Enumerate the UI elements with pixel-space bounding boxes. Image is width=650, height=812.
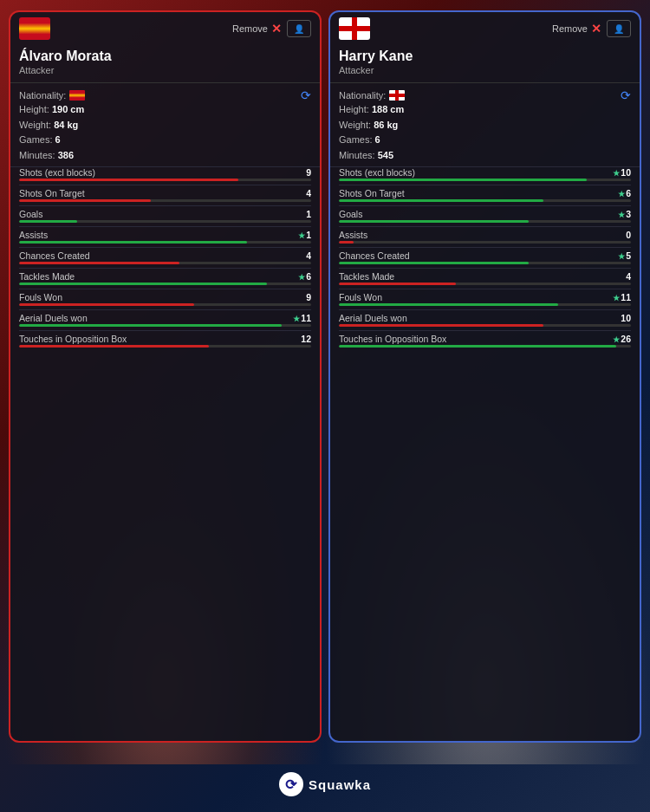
stat-row: Shots On Target★6 (339, 188, 631, 202)
stat-value: 10 (621, 313, 631, 323)
stat-bar-track (339, 324, 631, 327)
stat-label: Tackles Made (339, 271, 394, 282)
stat-value: 4 (626, 271, 631, 282)
stat-divider (19, 185, 311, 185)
stat-bar-fill (19, 220, 77, 223)
stat-bar-fill (19, 262, 179, 264)
weight-row-kane: Weight: 86 kg (339, 118, 631, 133)
stat-bar-fill (339, 199, 543, 202)
stat-value: ★6 (298, 271, 311, 282)
flag-spain (19, 17, 50, 40)
main-content: Remove ✕ 👤 Álvaro Morata Attacker Nation… (0, 0, 650, 812)
stat-divider (19, 226, 311, 227)
stat-bar-track (339, 241, 631, 244)
flag-inline-england (389, 90, 405, 101)
weight-row-morata: Weight: 84 kg (19, 118, 311, 133)
nationality-label-morata: Nationality: (19, 90, 66, 101)
stat-bar-fill (19, 303, 194, 306)
stat-value: 9 (306, 292, 311, 302)
nationality-row-morata: Nationality: ⟳ (19, 88, 311, 102)
stat-label-row: Chances Created★5 (339, 250, 631, 261)
stat-label: Tackles Made (19, 271, 75, 282)
stat-label: Goals (339, 209, 362, 219)
stat-divider (339, 289, 631, 289)
stat-label: Chances Created (339, 250, 410, 261)
refresh-icon-kane[interactable]: ⟳ (621, 88, 631, 102)
stat-bar-fill (339, 179, 587, 181)
remove-morata-button[interactable]: Remove ✕ (232, 22, 282, 36)
stat-row: Assists★1 (19, 230, 311, 244)
refresh-icon-morata[interactable]: ⟳ (301, 88, 311, 102)
stat-label-row: Aerial Duels won★11 (19, 313, 311, 323)
remove-label-kane: Remove (552, 23, 588, 34)
stat-label-row: Tackles Made4 (339, 271, 631, 282)
stat-row: Tackles Made★6 (19, 271, 311, 285)
stat-bar-track (339, 220, 631, 223)
bio-stats-kane: Nationality: ⟳ Height: 188 cm Weight: 86… (330, 83, 640, 167)
card-header-kane: Remove ✕ 👤 (330, 12, 640, 43)
remove-kane-button[interactable]: Remove ✕ (552, 22, 601, 36)
stat-bar-fill (19, 241, 247, 244)
stat-bar-fill (19, 199, 151, 202)
stat-row: Goals★3 (339, 209, 631, 223)
height-row-morata: Height: 190 cm (19, 102, 311, 118)
stat-bar-track (339, 283, 631, 285)
star-icon: ★ (298, 231, 305, 240)
stat-label-row: Chances Created4 (19, 250, 311, 261)
stat-divider (19, 309, 311, 310)
stat-divider (339, 268, 631, 269)
stat-row: Assists0 (339, 230, 631, 244)
stat-value: ★26 (613, 334, 631, 344)
stat-bar-track (19, 262, 311, 264)
stat-label-row: Shots (excl blocks)9 (19, 167, 311, 178)
stat-value: ★10 (613, 167, 631, 178)
player-name-morata: Álvaro Morata (19, 49, 311, 64)
height-row-kane: Height: 188 cm (339, 102, 631, 118)
stat-label-row: Goals★3 (339, 209, 631, 219)
player-card-kane: Remove ✕ 👤 Harry Kane Attacker Nationali… (328, 10, 641, 743)
stat-label: Aerial Duels won (19, 313, 88, 323)
squawka-icon: ⟳ (279, 772, 303, 796)
stat-label-row: Fouls Won★11 (339, 292, 631, 302)
star-icon: ★ (618, 252, 625, 261)
stat-bar-track (19, 303, 311, 306)
stat-label: Assists (339, 230, 367, 240)
stat-bar-fill (339, 220, 529, 223)
stat-bar-track (339, 179, 631, 181)
games-row-morata: Games: 6 (19, 133, 311, 148)
nationality-row-kane: Nationality: ⟳ (339, 88, 631, 102)
stat-bar-track (19, 283, 311, 285)
stat-bar-track (339, 262, 631, 264)
stat-row: Chances Created4 (19, 250, 311, 264)
stat-divider (339, 247, 631, 248)
stat-row: Goals1 (19, 209, 311, 223)
stat-value: 1 (306, 209, 311, 219)
stat-row: Chances Created★5 (339, 250, 631, 264)
stat-label-row: Goals1 (19, 209, 311, 219)
stat-label: Touches in Opposition Box (19, 334, 127, 344)
stat-divider (19, 289, 311, 289)
stat-label: Fouls Won (339, 292, 382, 302)
games-row-kane: Games: 6 (339, 133, 631, 148)
close-icon-morata[interactable]: ✕ (271, 22, 282, 36)
close-icon-kane[interactable]: ✕ (591, 22, 601, 36)
flag-england (339, 17, 370, 40)
flag-area-morata (19, 17, 50, 40)
stat-row: Aerial Duels won10 (339, 313, 631, 327)
profile-icon-kane: 👤 (607, 20, 631, 37)
minutes-row-kane: Minutes: 545 (339, 148, 631, 164)
stat-label-row: Assists★1 (19, 230, 311, 240)
player-position-morata: Attacker (19, 65, 311, 75)
stat-value: ★11 (613, 292, 631, 302)
stat-bar-fill (339, 241, 354, 244)
stat-label-row: Tackles Made★6 (19, 271, 311, 282)
stat-bar-fill (339, 345, 616, 348)
stat-label: Goals (19, 209, 42, 219)
stat-row: Tackles Made4 (339, 271, 631, 285)
stat-value: ★3 (618, 209, 631, 219)
stat-row: Shots (excl blocks)★10 (339, 167, 631, 181)
stat-row: Shots On Target4 (19, 188, 311, 202)
stat-row: Fouls Won★11 (339, 292, 631, 306)
stat-value: 12 (301, 334, 311, 344)
stat-value: ★11 (293, 313, 311, 323)
